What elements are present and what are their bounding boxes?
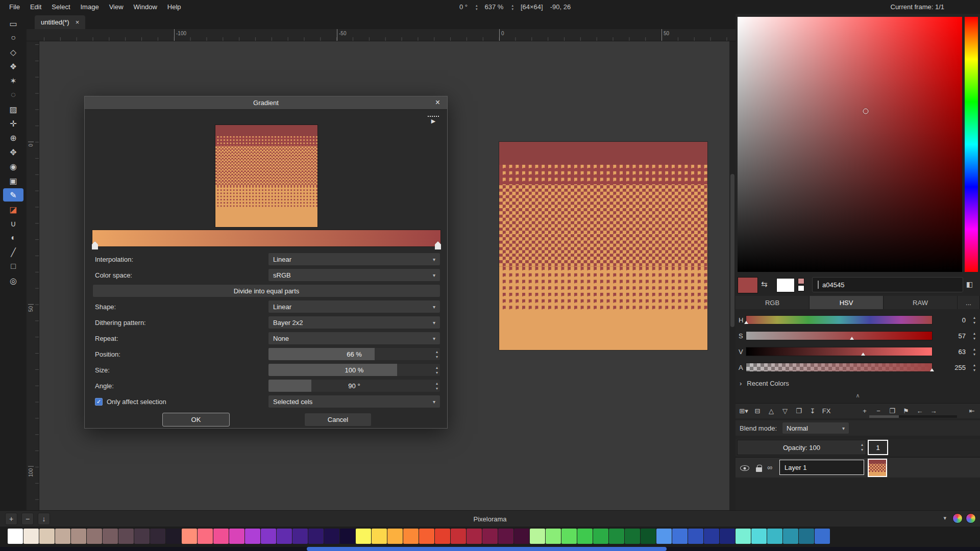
panel-collapse-icon[interactable]: ∧ xyxy=(736,392,980,399)
slider-track[interactable] xyxy=(746,347,933,356)
first-frame-button[interactable]: ⇤ xyxy=(966,406,978,417)
lasso-tool[interactable]: ◌ xyxy=(3,88,23,102)
secondary-color-swatch[interactable] xyxy=(776,278,795,292)
crop-tool[interactable]: ▣ xyxy=(3,174,23,187)
edit-palette-icon[interactable] xyxy=(966,513,976,523)
palette-swatch[interactable] xyxy=(641,529,656,544)
menu-view[interactable]: View xyxy=(104,2,129,12)
menu-image[interactable]: Image xyxy=(76,2,104,12)
only-affect-selection-checkbox[interactable]: ✓ xyxy=(95,398,103,406)
gradient-stop-left[interactable] xyxy=(92,241,98,249)
palette-swatch[interactable] xyxy=(403,529,419,544)
palette-swatch[interactable] xyxy=(783,529,798,544)
pan-tool[interactable]: ✥ xyxy=(3,145,23,159)
palette-swatch[interactable] xyxy=(593,529,608,544)
slider-track[interactable] xyxy=(746,363,933,372)
hex-color-input[interactable]: a04545 xyxy=(812,277,963,292)
color-tab-rgb[interactable]: RGB xyxy=(736,296,810,309)
palette-swatch[interactable] xyxy=(767,529,782,544)
palette-swatch[interactable] xyxy=(467,529,482,544)
picker-cursor[interactable] xyxy=(863,109,868,114)
palette-swatch[interactable] xyxy=(514,529,529,544)
dithering-dropdown[interactable]: Bayer 2x2 ▾ xyxy=(268,316,440,329)
palette-swatch[interactable] xyxy=(577,529,593,544)
blend-mode-dropdown[interactable]: Normal ▾ xyxy=(782,422,849,434)
position-spinbox[interactable]: 66 % ▴▾ xyxy=(268,347,440,361)
slider-cursor[interactable] xyxy=(744,321,748,324)
menu-select[interactable]: Select xyxy=(46,2,75,12)
eraser-tool[interactable]: ◪ xyxy=(3,203,23,216)
palette-swatch[interactable] xyxy=(419,529,434,544)
palette-swatch[interactable] xyxy=(688,529,703,544)
palette-swatch[interactable] xyxy=(324,529,339,544)
layer-name-input[interactable]: Layer 1 xyxy=(779,460,864,475)
layer-lock-icon[interactable] xyxy=(756,467,762,472)
palette-scrollbar[interactable] xyxy=(307,547,667,551)
shape-dropdown[interactable]: Linear ▾ xyxy=(268,300,440,313)
palette-swatch[interactable] xyxy=(8,529,23,544)
link-cels-icon[interactable]: ∞ xyxy=(767,463,772,471)
animate-preview-icon[interactable]: ▶ xyxy=(428,116,439,125)
move-layer-down-button[interactable]: ▽ xyxy=(779,406,791,417)
bucket-tool[interactable]: ∪ xyxy=(3,217,23,230)
palette-swatch[interactable] xyxy=(736,529,751,544)
palette-swatch[interactable] xyxy=(609,529,624,544)
palette-swatch[interactable] xyxy=(340,529,355,544)
merge-layer-down-button[interactable]: ↧ xyxy=(806,406,819,417)
palette-swatch[interactable] xyxy=(23,529,39,544)
dialog-close-icon[interactable]: × xyxy=(432,97,443,108)
move-tool[interactable]: ✛ xyxy=(3,117,23,130)
palette-swatch[interactable] xyxy=(103,529,118,544)
palette-sort-button[interactable]: ↓ xyxy=(38,513,50,525)
slider-cursor[interactable] xyxy=(861,353,865,356)
slider-cursor[interactable] xyxy=(850,337,854,340)
opacity-spinner[interactable]: ▴▾ xyxy=(861,442,863,453)
canvas-vertical-scrollbar[interactable] xyxy=(729,41,736,510)
color-select-tool[interactable]: ❖ xyxy=(3,60,23,73)
recent-colors-section[interactable]: › Recent Colors xyxy=(740,380,789,387)
canvas[interactable] xyxy=(499,142,707,350)
color-tab-hsv[interactable]: HSV xyxy=(810,296,884,309)
pencil-tool[interactable]: ✎ xyxy=(3,188,23,202)
shading-tool[interactable]: ◐ xyxy=(3,231,23,244)
angle-spinner[interactable]: ▴▾ xyxy=(436,381,438,391)
paint-select-tool[interactable]: ▨ xyxy=(3,103,23,116)
timeline-scrollbar[interactable] xyxy=(869,415,957,418)
rotation-spinner[interactable]: ▴▾ xyxy=(476,4,478,11)
default-colors-icon[interactable] xyxy=(798,278,804,291)
affected-cels-dropdown[interactable]: Sel­ected cels ▾ xyxy=(268,395,440,408)
opacity-spinbox[interactable]: Opacity: 100 ▴▾ xyxy=(737,440,866,455)
slider-spinner[interactable]: ▴▾ xyxy=(973,347,975,357)
layer-fx-button[interactable]: FX xyxy=(820,406,832,417)
palette-swatch[interactable] xyxy=(482,529,498,544)
gradient-bar[interactable] xyxy=(92,230,440,246)
ellipse-tool[interactable]: ◎ xyxy=(3,274,23,287)
cel-thumbnail[interactable] xyxy=(868,459,887,477)
color-space-dropdown[interactable]: sRGB ▾ xyxy=(268,268,440,282)
palette-swatch[interactable] xyxy=(182,529,197,544)
ellipse-select-tool[interactable]: ○ xyxy=(3,31,23,44)
clone-layer-button[interactable]: ❐ xyxy=(793,406,805,417)
color-picker-tool[interactable]: ◉ xyxy=(3,160,23,173)
palette-swatch[interactable] xyxy=(672,529,688,544)
palette-swatch[interactable] xyxy=(704,529,719,544)
color-options-icon[interactable]: ◧ xyxy=(966,280,973,288)
palette-swatch[interactable] xyxy=(356,529,371,544)
palette-swatch[interactable] xyxy=(134,529,150,544)
interpolation-dropdown[interactable]: Linear ▾ xyxy=(268,253,440,266)
palette-swatch[interactable] xyxy=(451,529,466,544)
color-tab-more[interactable]: ... xyxy=(958,296,980,309)
gradient-stop-right[interactable] xyxy=(435,241,441,249)
palette-swatch[interactable] xyxy=(372,529,387,544)
slider-spinner[interactable]: ▴▾ xyxy=(973,363,975,373)
palette-swatch[interactable] xyxy=(150,529,165,544)
palette-swatch[interactable] xyxy=(498,529,513,544)
polygon-select-tool[interactable]: ◇ xyxy=(3,45,23,59)
palette-swatch[interactable] xyxy=(751,529,767,544)
primary-color-swatch[interactable] xyxy=(738,277,758,293)
hsv-picker-square[interactable] xyxy=(738,17,962,272)
ok-button[interactable]: OK xyxy=(162,413,230,427)
cancel-button[interactable]: Cancel xyxy=(304,413,372,427)
palette-swatch[interactable] xyxy=(561,529,577,544)
layer-visibility-icon[interactable] xyxy=(740,465,749,471)
